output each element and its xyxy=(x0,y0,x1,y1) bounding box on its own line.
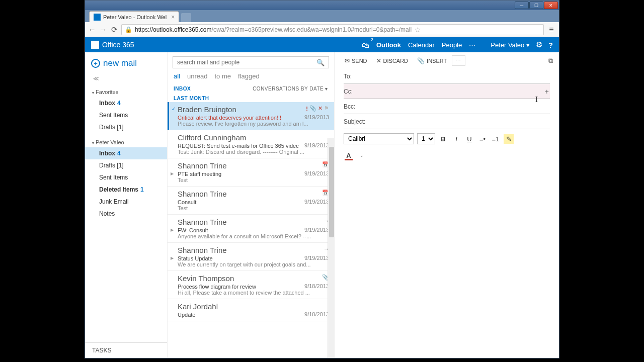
message-item[interactable]: Shannon Trine📅Consult9/19/2013Test xyxy=(168,187,334,215)
message-item[interactable]: Kari JordahlUpdate9/18/2013 xyxy=(168,299,334,321)
message-sender: Shannon Trine xyxy=(178,190,328,198)
message-item[interactable]: Clifford CunninghamREQUEST: Send test e-… xyxy=(168,130,334,158)
nav-people[interactable]: People xyxy=(442,41,462,49)
nav-count: 4 xyxy=(117,150,121,157)
send-button[interactable]: ✉SEND xyxy=(341,56,371,66)
nav-item[interactable]: Drafts [1] xyxy=(85,159,167,171)
bullet-list-button[interactable]: ≡• xyxy=(477,134,488,144)
highlight-button[interactable]: ✎ xyxy=(504,134,514,144)
important-icon: ! xyxy=(306,106,308,112)
nav-item[interactable]: Drafts [1] xyxy=(85,121,167,133)
date-group-header: LAST MONTH xyxy=(168,93,334,102)
compose-more-button[interactable]: ⋯ xyxy=(452,55,465,66)
insert-button[interactable]: 📎INSERT xyxy=(413,56,451,66)
nav-calendar[interactable]: Calendar xyxy=(408,41,435,49)
message-sender: Shannon Trine xyxy=(178,246,328,254)
delete-icon[interactable]: ✕ xyxy=(318,105,323,112)
font-size-select[interactable]: 12 xyxy=(417,133,435,144)
bcc-input[interactable] xyxy=(371,103,550,110)
nav-count: 4 xyxy=(117,100,121,107)
nav-outlook[interactable]: Outlook xyxy=(376,41,401,49)
new-mail-button[interactable]: + new mail xyxy=(85,52,167,72)
thread-expand-icon[interactable]: ▶ xyxy=(171,256,174,260)
message-preview: Test xyxy=(178,205,328,211)
url-host: ://outlook.office365.com xyxy=(148,26,212,33)
nav-item[interactable]: Inbox4 xyxy=(85,97,167,109)
collapse-nav-button[interactable]: ≪ xyxy=(85,72,167,85)
message-item[interactable]: ▶Shannon Trine📅PTE staff meeting9/19/201… xyxy=(168,158,334,187)
compose-body[interactable] xyxy=(344,164,550,356)
reload-button[interactable]: ⟳ xyxy=(110,26,118,34)
discard-button[interactable]: ✕DISCARD xyxy=(372,56,413,66)
italic-button[interactable]: I xyxy=(451,134,461,144)
attachment-icon: 📎 xyxy=(309,105,316,112)
nav-item[interactable]: Deleted Items1 xyxy=(85,184,167,196)
window-minimize-button[interactable]: ─ xyxy=(515,2,529,9)
scrollbar-thumb[interactable] xyxy=(329,147,334,237)
back-button[interactable]: ← xyxy=(88,26,96,34)
to-input[interactable] xyxy=(371,73,550,80)
gear-icon[interactable]: ⚙ xyxy=(536,40,542,49)
bold-button[interactable]: B xyxy=(438,134,448,144)
message-sender: Kari Jordahl xyxy=(178,302,328,311)
outlook-favicon-icon xyxy=(94,14,101,21)
message-item[interactable]: ✓Braden Bruington!📎✕⚑Critical alert that… xyxy=(168,102,334,130)
nav-count: 1 xyxy=(140,186,144,193)
nav-notifications[interactable]: 🛍2 xyxy=(362,41,369,49)
filter-flagged[interactable]: flagged xyxy=(238,72,260,80)
office-logo-icon xyxy=(91,41,99,49)
window-close-button[interactable]: ✕ xyxy=(544,2,558,9)
favorites-header[interactable]: Favorites xyxy=(85,87,167,97)
format-expand-button[interactable]: ⌄ xyxy=(357,150,367,160)
browser-tab-strip: Peter Valeo - Outlook Wel × xyxy=(85,10,559,22)
tab-close-icon[interactable]: × xyxy=(171,14,175,21)
tasks-button[interactable]: TASKS xyxy=(85,342,167,358)
search-box: 🔍 xyxy=(173,56,329,68)
font-family-select[interactable]: Calibri xyxy=(344,133,414,144)
search-input[interactable] xyxy=(173,59,312,66)
font-color-button[interactable]: A xyxy=(344,150,354,160)
browser-menu-button[interactable]: ≡ xyxy=(547,25,556,34)
cc-input[interactable] xyxy=(371,88,550,95)
message-item[interactable]: ▶Shannon Trine→FW: Consult9/19/2013Anyon… xyxy=(168,215,334,243)
subject-input[interactable] xyxy=(371,118,550,125)
window-maximize-button[interactable]: ☐ xyxy=(529,2,543,9)
nav-item[interactable]: Sent Items xyxy=(85,109,167,121)
number-list-button[interactable]: ≡1 xyxy=(491,134,501,144)
popout-icon[interactable]: ⧉ xyxy=(548,57,553,65)
sort-dropdown[interactable]: CONVERSATIONS BY DATE ▾ xyxy=(253,86,328,92)
new-tab-button[interactable] xyxy=(181,13,191,22)
filter-row: all unread to me flagged xyxy=(168,70,334,83)
scrollbar[interactable] xyxy=(328,138,335,358)
favorites-section: Favorites Inbox4Sent ItemsDrafts [1] xyxy=(85,85,167,135)
compose-pane: ✉SEND ✕DISCARD 📎INSERT ⋯ ⧉ To: Cc: + I B… xyxy=(335,52,559,358)
filter-all[interactable]: all xyxy=(174,72,180,80)
message-item[interactable]: Kevin Thompson📎Process flow diagram for … xyxy=(168,271,334,299)
thread-expand-icon[interactable]: ▶ xyxy=(171,228,174,232)
nav-item[interactable]: Junk Email xyxy=(85,196,167,208)
underline-button[interactable]: U xyxy=(464,134,474,144)
thread-expand-icon[interactable]: ▶ xyxy=(171,171,174,176)
forward-button[interactable]: → xyxy=(99,26,107,34)
filter-unread[interactable]: unread xyxy=(187,72,207,80)
filter-to-me[interactable]: to me xyxy=(215,72,231,80)
app-body: + new mail ≪ Favorites Inbox4Sent ItemsD… xyxy=(85,52,559,358)
nav-item[interactable]: Sent Items xyxy=(85,171,167,184)
flag-icon[interactable]: ⚑ xyxy=(324,105,329,112)
message-date: 9/19/2013 xyxy=(304,227,329,233)
help-icon[interactable]: ? xyxy=(548,41,553,49)
account-header[interactable]: Peter Valeo xyxy=(85,137,167,147)
user-menu[interactable]: Peter Valeo ▾ xyxy=(491,41,530,49)
search-icon[interactable]: 🔍 xyxy=(312,59,329,66)
bookmark-star-icon[interactable]: ☆ xyxy=(415,26,421,34)
message-item[interactable]: ▶Shannon Trine→Status Update9/19/2013We … xyxy=(168,243,334,271)
nav-more[interactable]: ⋯ xyxy=(469,41,475,49)
compose-toolbar: ✉SEND ✕DISCARD 📎INSERT ⋯ ⧉ xyxy=(335,52,559,69)
message-date: 9/19/2013 xyxy=(304,142,329,148)
browser-tab[interactable]: Peter Valeo - Outlook Wel × xyxy=(89,11,179,22)
nav-item[interactable]: Notes xyxy=(85,208,167,220)
add-contact-icon[interactable]: + xyxy=(545,87,549,96)
nav-item[interactable]: Inbox4 xyxy=(85,147,167,159)
message-preview: Test xyxy=(178,177,328,183)
url-input[interactable]: 🔒 https ://outlook.office365.com /owa/?r… xyxy=(121,24,544,35)
